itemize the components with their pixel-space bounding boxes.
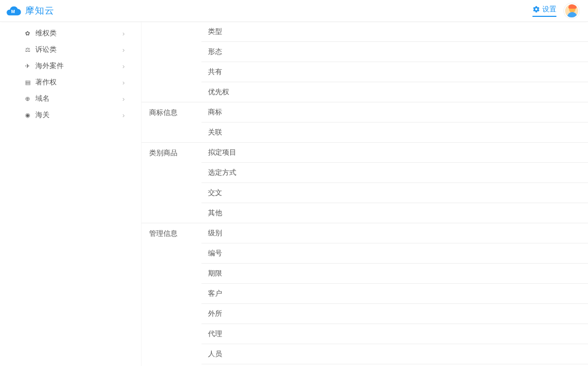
gavel-icon: ⚖ <box>25 46 32 53</box>
group-1: 商标信息商标关联 <box>142 102 588 143</box>
shield-icon: ✿ <box>25 30 32 37</box>
chevron-right-icon: › <box>122 29 125 38</box>
sidebar-item-2[interactable]: ✈海外案件› <box>0 58 141 74</box>
sidebar-item-label: 海外案件 <box>35 61 64 71</box>
plane-icon: ✈ <box>25 63 32 70</box>
field-row[interactable]: 优先权 <box>201 82 588 102</box>
logo[interactable]: M 摩知云 <box>5 4 54 17</box>
field-row[interactable]: 期限 <box>201 264 588 284</box>
sidebar-item-3[interactable]: ▤著作权› <box>0 74 141 90</box>
sidebar-item-0[interactable]: ✿维权类› <box>0 25 141 41</box>
sidebar-item-label: 著作权 <box>35 77 57 87</box>
group-3: 管理信息级别编号期限客户外所代理人员合同账单发票备注 <box>142 223 588 366</box>
main: ✿维权类›⚖诉讼类›✈海外案件›▤著作权›⊕域名›◉海关› 类型形态共有优先权商… <box>0 22 588 366</box>
group-label <box>142 22 201 102</box>
field-row[interactable]: 编号 <box>201 243 588 264</box>
field-row[interactable]: 拟定项目 <box>201 143 588 163</box>
group-rows: 级别编号期限客户外所代理人员合同账单发票备注 <box>201 223 588 366</box>
field-row[interactable]: 级别 <box>201 223 588 243</box>
field-row[interactable]: 商标 <box>201 102 588 123</box>
chevron-right-icon: › <box>122 62 125 70</box>
settings-link[interactable]: 设置 <box>532 4 556 17</box>
field-row[interactable]: 共有 <box>201 62 588 82</box>
content-panel: 类型形态共有优先权商标信息商标关联类别商品拟定项目选定方式交文其他管理信息级别编… <box>142 22 588 366</box>
group-rows: 商标关联 <box>201 102 588 142</box>
group-label: 管理信息 <box>142 223 201 366</box>
settings-label: 设置 <box>542 4 556 14</box>
sidebar-item-4[interactable]: ⊕域名› <box>0 90 141 107</box>
chevron-right-icon: › <box>122 111 125 119</box>
group-rows: 拟定项目选定方式交文其他 <box>201 143 588 223</box>
group-label: 类别商品 <box>142 143 201 223</box>
field-row[interactable]: 客户 <box>201 284 588 304</box>
group-2: 类别商品拟定项目选定方式交文其他 <box>142 143 588 223</box>
avatar[interactable] <box>564 3 579 19</box>
globe-icon: ⊕ <box>25 95 32 102</box>
group-rows: 类型形态共有优先权 <box>201 22 588 102</box>
compass-icon: ◉ <box>25 112 32 119</box>
sidebar-item-1[interactable]: ⚖诉讼类› <box>0 41 141 58</box>
group-0: 类型形态共有优先权 <box>142 22 588 102</box>
gear-icon <box>532 5 540 13</box>
field-row[interactable]: 类型 <box>201 22 588 42</box>
sidebar: ✿维权类›⚖诉讼类›✈海外案件›▤著作权›⊕域名›◉海关› <box>0 22 142 366</box>
chevron-right-icon: › <box>122 78 125 87</box>
svg-text:M: M <box>11 9 15 14</box>
field-row[interactable]: 关联 <box>201 123 588 142</box>
sidebar-item-5[interactable]: ◉海关› <box>0 107 141 123</box>
field-row[interactable]: 代理 <box>201 324 588 344</box>
cloud-logo-icon: M <box>5 5 22 17</box>
sidebar-item-label: 域名 <box>35 94 50 103</box>
field-row[interactable]: 形态 <box>201 42 588 62</box>
sidebar-item-label: 海关 <box>35 110 50 120</box>
book-icon: ▤ <box>25 79 32 86</box>
chevron-right-icon: › <box>122 46 125 54</box>
sidebar-item-label: 诉讼类 <box>35 45 57 54</box>
brand-text: 摩知云 <box>25 4 54 17</box>
header: M 摩知云 设置 <box>0 0 588 22</box>
header-right: 设置 <box>532 3 579 19</box>
field-row[interactable]: 外所 <box>201 304 588 324</box>
sidebar-item-label: 维权类 <box>35 28 57 38</box>
field-row[interactable]: 人员 <box>201 344 588 364</box>
chevron-right-icon: › <box>122 95 125 103</box>
field-row[interactable]: 其他 <box>201 203 588 223</box>
field-row[interactable]: 选定方式 <box>201 163 588 183</box>
field-row[interactable]: 交文 <box>201 183 588 203</box>
group-label: 商标信息 <box>142 102 201 142</box>
